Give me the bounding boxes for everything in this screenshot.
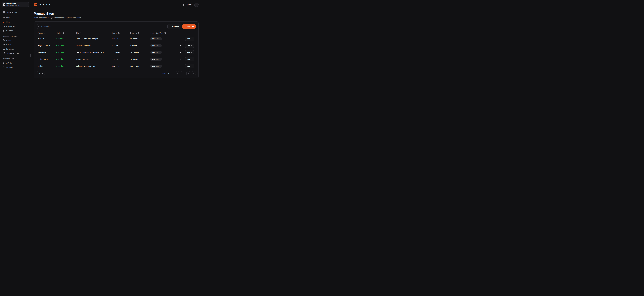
sidebar-item-roles[interactable]: Roles	[2, 42, 29, 47]
row-menu-button[interactable]	[178, 65, 184, 67]
online-status-dot	[56, 38, 58, 39]
data-in-cell: 534.98 GB	[112, 65, 130, 67]
add-site-label: Add Site	[187, 26, 194, 28]
connection-type-cell: Newt v1.3.2	[150, 51, 178, 54]
connection-type-cell: Newt v1.3.2	[150, 58, 178, 61]
moon-icon	[182, 4, 184, 6]
sort-icon	[164, 32, 166, 34]
connection-type-badge: Newt v1.3.2	[150, 44, 162, 47]
edit-button[interactable]: Edit	[185, 37, 194, 41]
toolbar: Refresh Add Site	[37, 24, 196, 29]
sidebar-item-label: Resources	[6, 26, 15, 27]
server-icon	[3, 11, 5, 14]
sidebar-item-label: Roles	[6, 44, 11, 46]
connection-type-cell: Newt v1.3.2	[150, 37, 178, 40]
sidebar-item-settings[interactable]: Settings	[2, 65, 29, 70]
site-name-cell: AWS VPC	[38, 38, 56, 40]
sidebar-item-server-admin[interactable]: Server Admin	[2, 10, 29, 14]
theme-toggle[interactable]: System	[182, 4, 192, 6]
data-out-cell: 780.12 GB	[130, 65, 150, 67]
connection-type-cell: Newt v1.3.2	[150, 65, 178, 68]
data-out-cell: 141.68 GB	[130, 52, 150, 54]
edit-label: Edit	[187, 52, 190, 54]
row-menu-button[interactable]	[178, 44, 184, 47]
online-status-cell: Online	[56, 44, 76, 47]
pagination-controls: Page 1 of 1	[162, 71, 196, 76]
theme-label: System	[186, 4, 192, 6]
online-status-label: Online	[58, 65, 64, 67]
site-name-cell: Home Lab	[38, 52, 56, 54]
search-input[interactable]	[41, 26, 81, 28]
row-menu-button[interactable]	[178, 38, 184, 40]
organization-label: Organization	[6, 2, 24, 4]
online-status-cell: Online	[56, 52, 76, 54]
data-in-cell: 30.12 MB	[112, 38, 130, 40]
table-row: AWS VPC Online vivacious-little-blue-pen…	[37, 36, 196, 42]
next-page-button[interactable]	[186, 71, 190, 76]
sites-card: Refresh Add Site Name Online	[34, 22, 198, 78]
sidebar-item-label: Shareable Links	[6, 52, 19, 54]
online-status-cell: Online	[56, 58, 76, 60]
sidebar-item-label: Invitations	[6, 48, 14, 50]
column-header-site[interactable]: Site	[76, 32, 112, 34]
sidebar-section-general: GENERAL	[2, 17, 29, 19]
column-header-connection-type[interactable]: Connection Type	[150, 32, 178, 34]
data-in-cell: 12.65 GB	[112, 58, 130, 60]
sidebar-item-resources[interactable]: Resources	[2, 24, 29, 28]
site-id-cell: welcome-giant-mole-rat	[76, 65, 112, 67]
edit-button[interactable]: Edit	[185, 50, 194, 54]
column-header-online[interactable]: Online	[56, 32, 76, 34]
online-status-label: Online	[58, 38, 64, 40]
edit-button[interactable]: Edit	[185, 57, 194, 61]
link-icon	[3, 52, 5, 54]
edit-label: Edit	[187, 38, 190, 40]
sidebar-item-label: Sites	[6, 21, 10, 23]
search-icon	[38, 26, 40, 28]
brand-name: PANGOLIN	[39, 4, 50, 6]
table-row: Jeff's Laptop Online smug-brown-rat 12.6…	[37, 56, 196, 63]
combine-icon	[3, 21, 5, 23]
online-status-dot	[56, 45, 58, 46]
refresh-label: Refresh	[172, 26, 179, 28]
sort-icon	[138, 32, 140, 34]
edit-button[interactable]: Edit	[185, 44, 194, 48]
edit-label: Edit	[187, 58, 190, 60]
refresh-button[interactable]: Refresh	[168, 24, 181, 29]
connection-type-badge: Newt v1.3.2	[150, 51, 162, 54]
edit-label: Edit	[187, 65, 190, 67]
table-header-row: Name Online Site Data In Data Out	[37, 31, 196, 36]
previous-page-button[interactable]	[181, 71, 185, 76]
column-header-data-out[interactable]: Data Out	[130, 32, 150, 34]
organization-switcher[interactable]: Organization milo@fossorial.io's ...	[2, 2, 29, 7]
online-status-label: Online	[58, 52, 64, 54]
sidebar-item-api-keys[interactable]: API Keys	[2, 61, 29, 65]
sidebar-item-sites[interactable]: Sites	[2, 20, 29, 24]
site-name-cell: Office	[38, 65, 56, 67]
sidebar-nav: Server Admin GENERAL Sites Resources Dom…	[2, 10, 29, 70]
first-page-button[interactable]	[176, 71, 180, 76]
brand-logo[interactable]: PANGOLIN	[34, 3, 50, 6]
last-page-button[interactable]	[192, 71, 196, 76]
row-menu-button[interactable]	[178, 58, 184, 60]
online-status-dot	[56, 52, 58, 53]
add-site-button[interactable]: Add Site	[182, 24, 196, 29]
site-id-cell: fortunate-cape-fox	[76, 44, 112, 47]
row-menu-button[interactable]	[178, 51, 184, 54]
sidebar-item-invitations[interactable]: Invitations	[2, 47, 29, 51]
connection-type-badge: Newt v1.3.2	[150, 58, 162, 61]
column-header-data-in[interactable]: Data In	[112, 32, 130, 34]
column-header-name[interactable]: Name	[38, 32, 56, 34]
sidebar-item-users[interactable]: Users	[2, 38, 29, 42]
arrow-right-icon	[191, 45, 193, 46]
site-id-cell: smug-brown-rat	[76, 58, 112, 60]
sidebar-item-shareable-links[interactable]: Shareable Links	[2, 51, 29, 56]
sidebar-item-domains[interactable]: Domains	[2, 28, 29, 33]
page-size-select[interactable]: 20	[37, 71, 45, 76]
avatar[interactable]: M	[194, 2, 198, 7]
sidebar-resize-handle[interactable]	[30, 54, 30, 58]
page-title: Manage Sites	[34, 12, 198, 16]
table-row: Home Lab Online dead-san-joaquin-antelop…	[37, 49, 196, 56]
page-subtitle: Allow connectivity to your network throu…	[34, 16, 198, 19]
edit-button[interactable]: Edit	[185, 64, 194, 68]
site-id-cell: vivacious-little-blue-penguin	[76, 38, 112, 40]
